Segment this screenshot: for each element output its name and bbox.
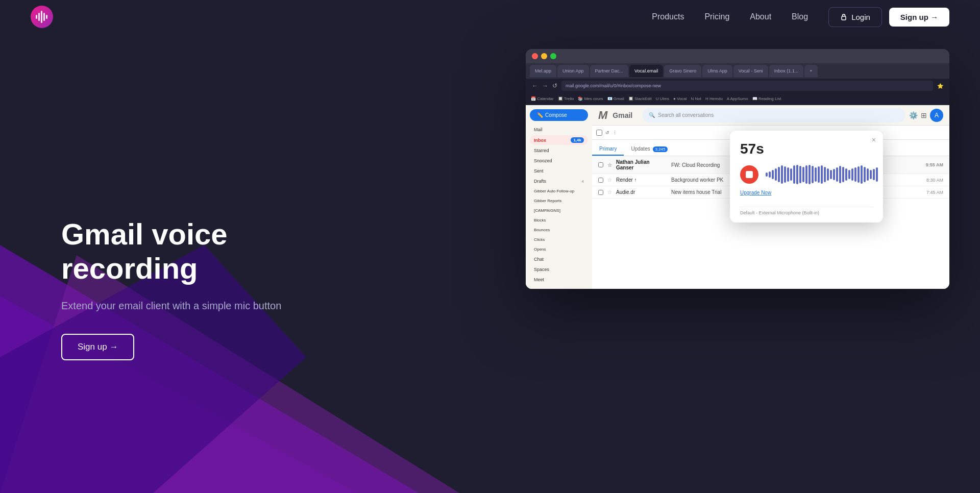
waveform-bar — [824, 167, 826, 182]
close-window-button[interactable] — [532, 53, 538, 59]
browser-tab[interactable]: Inbox (1.1... — [769, 65, 804, 77]
more-icon[interactable]: ⋮ — [612, 130, 617, 135]
bookmark[interactable]: N Not — [691, 96, 701, 101]
avatar[interactable]: A — [930, 109, 943, 122]
email-checkbox[interactable] — [598, 178, 603, 183]
nav-link-blog[interactable]: Blog — [792, 12, 808, 21]
gmail-nav-gibber-reports[interactable]: Gibber Reports — [530, 196, 588, 205]
waveform-bar — [851, 168, 853, 181]
browser-tab[interactable]: Union App — [557, 65, 589, 77]
waveform-bar — [784, 166, 786, 183]
nav-link-about[interactable]: About — [750, 12, 771, 21]
bookmark[interactable]: 📅 Calendar — [531, 96, 554, 101]
new-tab-button[interactable]: + — [804, 65, 817, 77]
svg-rect-10 — [46, 15, 47, 19]
bookmark[interactable]: U Ulms — [656, 96, 669, 101]
browser-tab[interactable]: Vocal - Seni — [733, 65, 768, 77]
logo[interactable] — [31, 6, 53, 28]
waveform-bar — [867, 168, 869, 181]
browser-tab[interactable]: Ulms App — [702, 65, 732, 77]
bookmark[interactable]: ● Vocal — [673, 96, 687, 101]
gmail-tab-updates[interactable]: Updates 3,245 — [624, 146, 674, 156]
svg-rect-9 — [43, 13, 45, 21]
bookmark[interactable]: 📖 Reading List — [752, 96, 781, 101]
bookmark[interactable]: 📧 Gmail — [607, 96, 624, 101]
waveform-bar — [772, 170, 774, 179]
gmail-nav-meet[interactable]: Meet — [530, 275, 588, 284]
waveform-bar — [873, 169, 875, 180]
email-checkbox[interactable] — [598, 190, 603, 195]
hero-title: Gmail voice recording — [61, 217, 327, 285]
star-icon[interactable]: ☆ — [607, 189, 612, 195]
refresh-icon[interactable]: ↺ — [605, 130, 609, 135]
email-checkbox[interactable] — [598, 162, 603, 167]
gmail-nav-starred[interactable]: Starred — [530, 146, 588, 155]
waveform-bar — [766, 172, 768, 177]
bookmark[interactable]: H Hemdu — [705, 96, 723, 101]
recording-timer: 57s — [740, 141, 764, 157]
star-icon[interactable]: ☆ — [607, 162, 612, 168]
waveform-bar — [821, 165, 823, 184]
gmail-sidebar: ✏️ Compose Mail Inbox 1,4k Starred Snooz… — [526, 105, 592, 289]
gmail-nav-blocks[interactable]: Blocks — [530, 216, 588, 225]
bookmark[interactable]: 🔲 StackEdit — [628, 96, 652, 101]
signup-button[interactable]: Sign up → — [889, 8, 949, 27]
url-bar[interactable]: mail.google.com/mail/u/0/#inbox/compose-… — [561, 81, 933, 91]
minimize-window-button[interactable] — [541, 53, 547, 59]
lock-icon — [840, 13, 847, 20]
bookmark[interactable]: 🔲 Trello — [558, 96, 574, 101]
browser-tab-active[interactable]: Vocal.email — [629, 65, 663, 77]
maximize-window-button[interactable] — [550, 53, 556, 59]
gmail-nav-campaigns[interactable]: [CAMPAIGNS] — [530, 206, 588, 215]
stop-icon — [746, 171, 753, 178]
waveform-bar — [833, 169, 835, 180]
gmail-nav-inbox[interactable]: Inbox 1,4k — [530, 135, 588, 145]
browser-tab[interactable]: Partner Dac... — [590, 65, 629, 77]
mic-label: Default - External Microphone (Built-in) — [740, 207, 873, 215]
gmail-nav-mail[interactable]: Mail — [530, 125, 588, 134]
hero-signup-button[interactable]: Sign up → — [61, 334, 134, 360]
login-button[interactable]: Login — [828, 7, 882, 27]
nav-link-pricing[interactable]: Pricing — [704, 12, 729, 21]
grid-icon[interactable]: ⊞ — [921, 111, 927, 119]
gmail-nav-chat[interactable]: Chat — [530, 255, 588, 264]
hero-content: Gmail voice recording Extend your email … — [61, 197, 327, 360]
upgrade-link[interactable]: Upgrade Now — [740, 190, 771, 195]
waveform-bar — [790, 168, 792, 181]
gmail-nav-snoozed[interactable]: Snoozed — [530, 156, 588, 165]
gmail-nav-opens[interactable]: Opens — [530, 245, 588, 254]
nav-link-products[interactable]: Products — [652, 12, 684, 21]
waveform-bar — [848, 170, 850, 179]
window-chrome — [526, 49, 949, 63]
waveform-bar — [876, 167, 878, 182]
waveform-bar — [836, 167, 838, 182]
waveform-bar — [815, 167, 817, 182]
gmail-nav-gibber-follow[interactable]: Gibber Auto Follow-up — [530, 187, 588, 195]
bookmarks-bar: 📅 Calendar 🔲 Trello 📚 Mes cours 📧 Gmail … — [526, 93, 949, 105]
browser-tab[interactable]: Mel.app — [530, 65, 556, 77]
stop-recording-button[interactable] — [740, 165, 758, 184]
gmail-nav-drafts[interactable]: Drafts 4 — [530, 177, 588, 186]
browser-tab[interactable]: Gravo Sinero — [664, 65, 701, 77]
gmail-nav-clicks[interactable]: Clicks — [530, 235, 588, 244]
gmail-nav-bounces[interactable]: Bounces — [530, 226, 588, 234]
waveform-bar — [805, 165, 807, 184]
svg-rect-7 — [38, 13, 40, 21]
bookmark[interactable]: 📚 Mes cours — [578, 96, 603, 101]
waveform-bar — [827, 168, 829, 181]
star-icon[interactable]: ☆ — [607, 177, 612, 183]
gmail-compose-button[interactable]: ✏️ Compose — [530, 109, 588, 121]
bookmark[interactable]: A AppSumo — [727, 96, 748, 101]
gmail-nav-sent[interactable]: Sent — [530, 166, 588, 176]
hero-subtitle: Extend your email client with a simple m… — [61, 298, 327, 313]
waveform-bar — [802, 167, 804, 182]
settings-icon[interactable]: ⚙️ — [909, 111, 918, 119]
select-all-checkbox[interactable] — [596, 130, 602, 136]
gmail-nav-spaces[interactable]: Spaces — [530, 265, 588, 274]
hero-section: Gmail voice recording Extend your email … — [0, 34, 980, 493]
recording-close-button[interactable]: × — [872, 136, 876, 144]
search-icon: 🔍 — [649, 112, 655, 118]
gmail-search[interactable]: 🔍 Search all conversations — [643, 108, 905, 122]
waveform-bar — [818, 166, 820, 183]
gmail-tab-primary[interactable]: Primary — [592, 146, 624, 156]
